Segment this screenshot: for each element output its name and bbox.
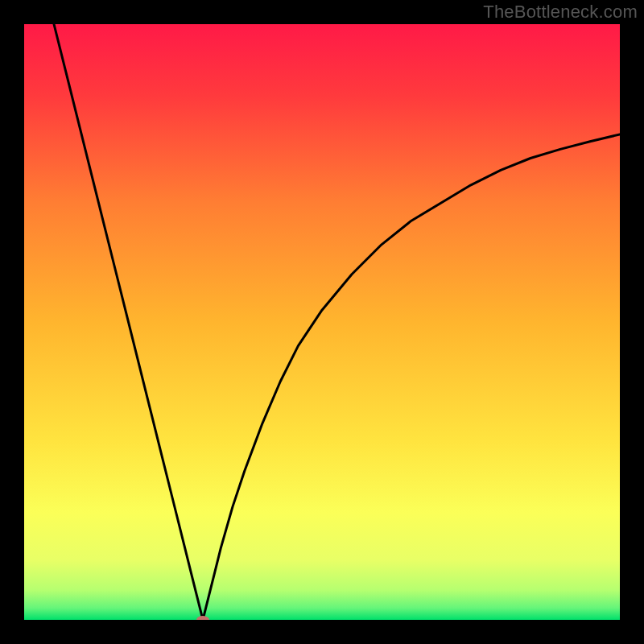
chart-frame: TheBottleneck.com [0, 0, 644, 644]
watermark-label: TheBottleneck.com [483, 2, 638, 23]
bottleneck-plot [24, 24, 620, 620]
gradient-background [24, 24, 620, 620]
